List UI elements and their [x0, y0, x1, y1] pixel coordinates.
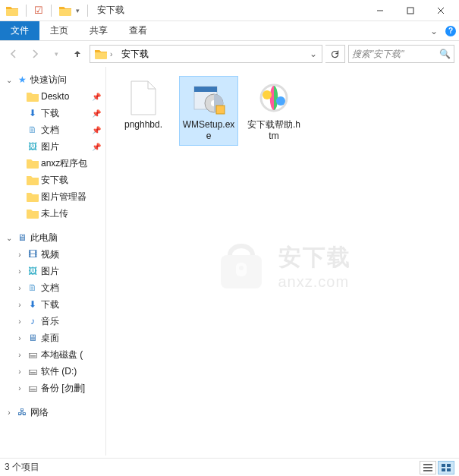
- picture-icon: 🖼: [27, 265, 39, 277]
- tree-network[interactable]: › 🖧 网络: [0, 404, 105, 421]
- expand-icon[interactable]: ›: [15, 351, 24, 359]
- drive-icon: 🖴: [27, 365, 39, 377]
- tree-music[interactable]: › ♪ 音乐: [0, 313, 105, 329]
- tab-share[interactable]: 共享: [79, 21, 118, 40]
- video-icon: 🎞: [27, 248, 39, 260]
- item-count: 3 个项目: [5, 461, 39, 474]
- tree-documents2[interactable]: › 🗎 文档: [0, 279, 105, 296]
- folder-icon: [27, 90, 39, 102]
- svg-rect-8: [216, 106, 225, 114]
- address-bar[interactable]: › 安下载 ⌄: [90, 45, 322, 63]
- tab-view[interactable]: 查看: [118, 21, 158, 40]
- tree-documents[interactable]: › 🗎 文档 📌: [0, 121, 105, 138]
- file-name: WMSetup.exe: [181, 119, 236, 142]
- expand-icon[interactable]: ›: [15, 384, 24, 392]
- svg-point-14: [239, 266, 244, 270]
- checkbox-icon[interactable]: ☑: [34, 5, 43, 16]
- expand-icon[interactable]: ›: [15, 367, 24, 376]
- svg-rect-15: [423, 464, 432, 465]
- folder-icon: [95, 49, 107, 59]
- collapse-icon[interactable]: ⌄: [5, 76, 14, 84]
- tree-desktop[interactable]: › Deskto 📌: [0, 88, 105, 105]
- tree-local-disk[interactable]: › 🖴 本地磁盘 (: [0, 346, 105, 363]
- back-button[interactable]: [5, 45, 23, 63]
- tree-pictures[interactable]: › 🖼 图片 📌: [0, 138, 105, 155]
- download-icon: ⬇: [27, 298, 39, 311]
- chevron-right-icon[interactable]: ›: [110, 50, 112, 58]
- expand-icon[interactable]: ›: [5, 408, 14, 417]
- star-icon: ★: [16, 74, 28, 86]
- file-item[interactable]: pnghhbd.: [114, 76, 173, 134]
- dropdown-icon[interactable]: ▾: [76, 7, 80, 14]
- tree-drive-d[interactable]: › 🖴 软件 (D:): [0, 363, 105, 380]
- watermark-en: anxz.com: [278, 273, 351, 291]
- document-icon: 🗎: [27, 282, 39, 294]
- music-icon: ♪: [27, 315, 39, 327]
- tree-backup[interactable]: › 🖴 备份 [勿删]: [0, 380, 105, 396]
- svg-rect-13: [236, 263, 247, 276]
- watermark-cn: 安下载: [278, 242, 351, 273]
- watermark: 安下载 anxz.com: [215, 240, 351, 293]
- tree-downloads2[interactable]: › ⬇ 下载: [0, 296, 105, 313]
- search-box[interactable]: 🔍: [348, 45, 454, 63]
- minimize-button[interactable]: [365, 0, 395, 21]
- expand-ribbon-icon[interactable]: ⌄: [426, 21, 442, 40]
- tree-downloads[interactable]: › ⬇ 下载 📌: [0, 105, 105, 121]
- file-item[interactable]: 安下载帮助.htm: [244, 76, 303, 146]
- tab-home[interactable]: 主页: [39, 21, 79, 40]
- tree-this-pc[interactable]: ⌄ 🖥 此电脑: [0, 229, 105, 246]
- pc-icon: 🖥: [16, 232, 28, 244]
- recent-locations-button[interactable]: ▾: [47, 45, 65, 63]
- window-title: 安下载: [97, 4, 124, 17]
- address-bar-row: ▾ › 安下载 ⌄ 🔍: [0, 41, 459, 67]
- svg-rect-20: [442, 468, 445, 471]
- folder-icon: [27, 207, 39, 219]
- tree-pictures2[interactable]: › 🖼 图片: [0, 263, 105, 279]
- help-button[interactable]: ?: [442, 21, 459, 40]
- up-button[interactable]: [68, 45, 86, 63]
- document-icon: 🗎: [27, 124, 39, 136]
- refresh-button[interactable]: [325, 45, 345, 63]
- content-pane[interactable]: pnghhbd. WMSetup.exe: [106, 67, 459, 456]
- search-input[interactable]: [352, 49, 436, 59]
- folder-icon: [27, 157, 39, 169]
- html-file-icon: [256, 80, 292, 116]
- quick-access-toolbar: ☑ ▾: [3, 5, 91, 17]
- ribbon-tabs: 文件 主页 共享 查看 ⌄ ?: [0, 21, 459, 41]
- collapse-icon[interactable]: ⌄: [5, 234, 14, 242]
- breadcrumb-item[interactable]: 安下载: [121, 48, 149, 61]
- tab-file[interactable]: 文件: [0, 21, 39, 40]
- expand-icon[interactable]: ›: [15, 251, 24, 259]
- tree-videos[interactable]: › 🎞 视频: [0, 246, 105, 263]
- file-item[interactable]: WMSetup.exe: [179, 76, 238, 146]
- blank-file-icon: [125, 80, 162, 116]
- svg-rect-16: [423, 467, 432, 468]
- details-view-button[interactable]: [420, 461, 436, 474]
- svg-rect-5: [194, 87, 217, 92]
- expand-icon[interactable]: ›: [15, 301, 24, 309]
- network-icon: 🖧: [16, 406, 28, 418]
- svg-rect-19: [447, 464, 451, 467]
- expand-icon[interactable]: ›: [15, 267, 24, 276]
- folder-icon: [6, 5, 18, 17]
- navigation-pane[interactable]: ⌄ ★ 快速访问 › Deskto 📌 › ⬇ 下载 📌 › 🗎 文档 📌 › …: [0, 67, 106, 456]
- drive-icon: 🖴: [27, 382, 39, 394]
- expand-icon[interactable]: ›: [15, 317, 24, 326]
- svg-rect-12: [221, 255, 262, 288]
- forward-button[interactable]: [26, 45, 44, 63]
- maximize-button[interactable]: [395, 0, 426, 21]
- large-icons-view-button[interactable]: [438, 461, 454, 474]
- tree-not-uploaded[interactable]: › 未上传: [0, 205, 105, 222]
- tree-anxz[interactable]: › anxz程序包: [0, 155, 105, 172]
- address-dropdown-icon[interactable]: ⌄: [307, 49, 320, 59]
- bag-icon: [215, 240, 268, 293]
- close-button[interactable]: [426, 0, 456, 21]
- tree-image-manager[interactable]: › 图片管理器: [0, 188, 105, 205]
- search-icon: 🔍: [439, 49, 451, 59]
- tree-anxiazai[interactable]: › 安下载: [0, 172, 105, 188]
- tree-desktop2[interactable]: › 🖥 桌面: [0, 329, 105, 346]
- expand-icon[interactable]: ›: [15, 334, 24, 342]
- expand-icon[interactable]: ›: [15, 284, 24, 292]
- tree-quick-access[interactable]: ⌄ ★ 快速访问: [0, 71, 105, 88]
- picture-icon: 🖼: [27, 140, 39, 153]
